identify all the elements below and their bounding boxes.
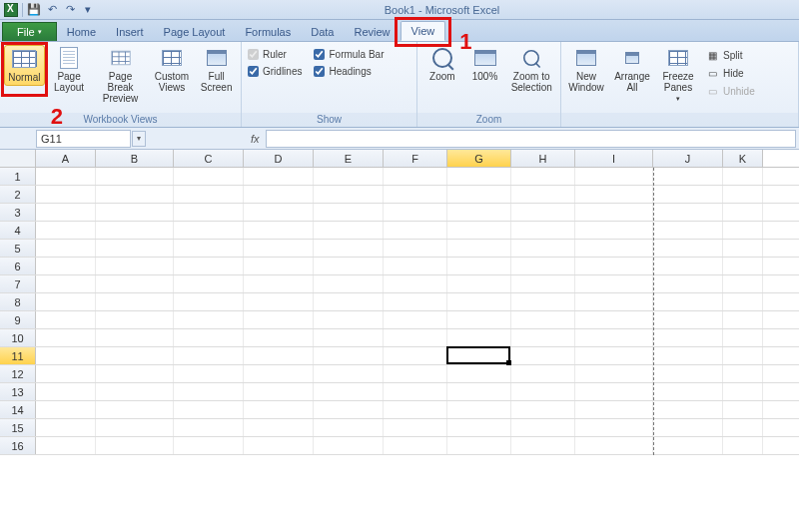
cell[interactable] bbox=[575, 419, 653, 436]
worksheet-grid[interactable]: 12345678910111213141516 bbox=[0, 168, 799, 455]
cell[interactable] bbox=[653, 204, 723, 221]
cell[interactable] bbox=[511, 311, 575, 328]
cell[interactable] bbox=[384, 222, 447, 239]
cell[interactable] bbox=[244, 347, 314, 364]
cell[interactable] bbox=[174, 168, 244, 185]
cell[interactable] bbox=[36, 222, 96, 239]
cell[interactable] bbox=[244, 419, 314, 436]
cell[interactable] bbox=[653, 329, 723, 346]
ruler-checkbox[interactable]: Ruler bbox=[248, 49, 302, 60]
column-header-J[interactable]: J bbox=[653, 150, 723, 167]
cell[interactable] bbox=[96, 293, 174, 310]
cell[interactable] bbox=[36, 240, 96, 257]
select-all-corner[interactable] bbox=[0, 150, 36, 167]
tab-page-layout[interactable]: Page Layout bbox=[154, 23, 236, 41]
cell[interactable] bbox=[653, 419, 723, 436]
cell[interactable] bbox=[575, 240, 653, 257]
cell[interactable] bbox=[96, 275, 174, 292]
cell[interactable] bbox=[384, 347, 447, 364]
cell[interactable] bbox=[447, 275, 511, 292]
cell[interactable] bbox=[174, 293, 244, 310]
gridlines-checkbox[interactable]: Gridlines bbox=[248, 66, 302, 77]
cell[interactable] bbox=[174, 311, 244, 328]
column-header-D[interactable]: D bbox=[244, 150, 314, 167]
cell[interactable] bbox=[96, 311, 174, 328]
column-header-I[interactable]: I bbox=[575, 150, 653, 167]
headings-checkbox[interactable]: Headings bbox=[314, 66, 384, 77]
save-icon[interactable]: 💾 bbox=[25, 2, 43, 18]
cell[interactable] bbox=[244, 222, 314, 239]
cell[interactable] bbox=[244, 168, 314, 185]
cell[interactable] bbox=[244, 329, 314, 346]
cell[interactable] bbox=[174, 258, 244, 274]
row-header-2[interactable]: 2 bbox=[0, 186, 36, 203]
cell[interactable] bbox=[244, 401, 314, 418]
cell[interactable] bbox=[36, 383, 96, 400]
row-header-12[interactable]: 12 bbox=[0, 365, 36, 382]
row-header-11[interactable]: 11 bbox=[0, 347, 36, 364]
cell[interactable] bbox=[511, 275, 575, 292]
cell[interactable] bbox=[653, 258, 723, 274]
cell[interactable] bbox=[244, 437, 314, 454]
zoom-to-selection-button[interactable]: Zoom to Selection bbox=[506, 45, 556, 95]
cell[interactable] bbox=[575, 329, 653, 346]
cell[interactable] bbox=[96, 186, 174, 203]
cell[interactable] bbox=[447, 311, 511, 328]
cell[interactable] bbox=[723, 258, 763, 274]
row-header-3[interactable]: 3 bbox=[0, 204, 36, 221]
cell[interactable] bbox=[447, 419, 511, 436]
cell[interactable] bbox=[314, 186, 384, 203]
cell[interactable] bbox=[314, 383, 384, 400]
cell[interactable] bbox=[511, 293, 575, 310]
column-header-F[interactable]: F bbox=[384, 150, 447, 167]
cell[interactable] bbox=[384, 329, 447, 346]
cell[interactable] bbox=[314, 204, 384, 221]
zoom-button[interactable]: Zoom bbox=[421, 45, 463, 84]
name-box[interactable]: G11 ▾ bbox=[36, 130, 131, 148]
freeze-panes-button[interactable]: Freeze Panes ▾ bbox=[657, 45, 699, 105]
cell[interactable] bbox=[174, 383, 244, 400]
cell[interactable] bbox=[174, 222, 244, 239]
cell[interactable] bbox=[384, 383, 447, 400]
row-header-14[interactable]: 14 bbox=[0, 401, 36, 418]
cell[interactable] bbox=[653, 186, 723, 203]
tab-data[interactable]: Data bbox=[301, 23, 344, 41]
cell[interactable] bbox=[511, 240, 575, 257]
cell[interactable] bbox=[244, 186, 314, 203]
cell[interactable] bbox=[511, 347, 575, 364]
redo-icon[interactable]: ↷ bbox=[61, 2, 79, 18]
cell[interactable] bbox=[36, 419, 96, 436]
cell[interactable] bbox=[384, 204, 447, 221]
cell[interactable] bbox=[314, 168, 384, 185]
tab-view[interactable]: View bbox=[400, 21, 446, 41]
cell[interactable] bbox=[511, 437, 575, 454]
cell[interactable] bbox=[36, 347, 96, 364]
cell[interactable] bbox=[314, 329, 384, 346]
column-header-B[interactable]: B bbox=[96, 150, 174, 167]
cell[interactable] bbox=[384, 293, 447, 310]
cell[interactable] bbox=[723, 275, 763, 292]
tab-file[interactable]: File ▾ bbox=[2, 22, 57, 41]
cell[interactable] bbox=[174, 186, 244, 203]
cell[interactable] bbox=[36, 401, 96, 418]
cell[interactable] bbox=[447, 222, 511, 239]
column-header-K[interactable]: K bbox=[723, 150, 763, 167]
cell[interactable] bbox=[314, 347, 384, 364]
page-break-preview-button[interactable]: Page Break Preview bbox=[93, 45, 147, 106]
cell[interactable] bbox=[36, 329, 96, 346]
tab-review[interactable]: Review bbox=[344, 23, 400, 41]
page-layout-view-button[interactable]: Page Layout bbox=[49, 45, 90, 95]
cell[interactable] bbox=[447, 258, 511, 274]
cell[interactable] bbox=[384, 240, 447, 257]
cell[interactable] bbox=[575, 401, 653, 418]
cell[interactable] bbox=[447, 204, 511, 221]
cell[interactable] bbox=[174, 401, 244, 418]
cell[interactable] bbox=[96, 365, 174, 382]
row-header-1[interactable]: 1 bbox=[0, 168, 36, 185]
normal-view-button[interactable]: Normal bbox=[4, 45, 45, 86]
cell[interactable] bbox=[723, 311, 763, 328]
cell[interactable] bbox=[575, 204, 653, 221]
cell[interactable] bbox=[244, 293, 314, 310]
cell[interactable] bbox=[384, 186, 447, 203]
zoom-100-button[interactable]: 100% bbox=[467, 45, 503, 84]
